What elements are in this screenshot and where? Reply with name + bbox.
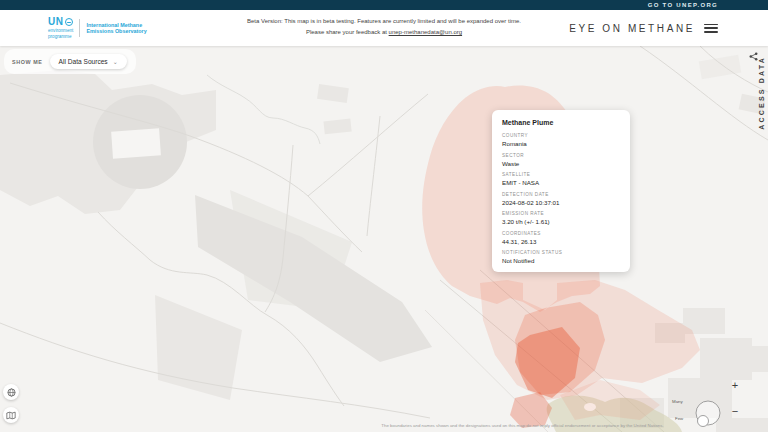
field-value: 2024-08-02 10:37:01	[502, 199, 620, 206]
field-value: 3.20 t/h (+/- 1.61)	[502, 218, 620, 225]
field-label: SATELLITE	[502, 172, 620, 177]
app-header: UN environment programme International M…	[0, 10, 768, 46]
un-sub-line2: programme	[48, 34, 73, 39]
page-title: EYE ON METHANE	[569, 23, 695, 34]
logo-divider	[79, 19, 80, 37]
field-label: SECTOR	[502, 153, 620, 158]
field-label: EMISSION RATE	[502, 211, 620, 216]
data-sources-dropdown[interactable]: All Data Sources ⌄	[50, 54, 127, 69]
map-container: SHOW ME All Data Sources ⌄ ACCESS DATA M…	[0, 46, 768, 432]
methane-plume-popup: Methane Plume COUNTRY Romania SECTOR Was…	[492, 110, 630, 272]
field-value: Not Notified	[502, 257, 620, 264]
filter-panel: SHOW ME All Data Sources ⌄	[4, 49, 136, 74]
field-label: COORDINATES	[502, 231, 620, 236]
popup-field-sector: SECTOR Waste	[502, 153, 620, 167]
access-data-tab[interactable]: ACCESS DATA	[758, 56, 765, 130]
globe-icon	[7, 388, 16, 397]
field-value: EMIT - NASA	[502, 179, 620, 186]
beta-notice-line2: Please share your feedback at unep-metha…	[234, 27, 534, 38]
popup-field-notification-status: NOTIFICATION STATUS Not Notified	[502, 250, 620, 264]
cluster-size-legend: Many Few	[672, 394, 732, 432]
beta-notice: Beta Version: This map is in beta testin…	[234, 16, 534, 38]
zoom-controls: + −	[728, 378, 742, 418]
zoom-in-button[interactable]: +	[728, 378, 742, 392]
popup-title: Methane Plume	[502, 119, 620, 126]
popup-field-detection-date: DETECTION DATE 2024-08-02 10:37:01	[502, 192, 620, 206]
field-value: Waste	[502, 160, 620, 167]
top-utility-bar: GO TO UNEP.ORG	[0, 0, 768, 10]
field-value: 44.31, 26.13	[502, 238, 620, 245]
beta-notice-line1: Beta Version: This map is in beta testin…	[234, 16, 534, 27]
un-sub-line1: environment	[48, 28, 73, 33]
share-icon	[749, 52, 758, 61]
popup-field-emission-rate: EMISSION RATE 3.20 t/h (+/- 1.61)	[502, 211, 620, 225]
show-me-label: SHOW ME	[12, 59, 43, 65]
menu-hamburger-icon[interactable]	[704, 24, 718, 33]
un-emblem-icon	[65, 18, 73, 26]
popup-field-coordinates: COORDINATES 44.31, 26.13	[502, 231, 620, 245]
title-group: EYE ON METHANE	[569, 10, 718, 46]
go-to-unep-link[interactable]: GO TO UNEP.ORG	[648, 2, 718, 8]
beta-feedback-text: Please share your feedback at	[306, 29, 389, 35]
imeo-line2: Emissions Observatory	[86, 28, 146, 35]
unep-logo[interactable]: UN environment programme International M…	[48, 17, 147, 40]
map-stadium-field	[111, 128, 161, 158]
popup-field-country: COUNTRY Romania	[502, 133, 620, 147]
zoom-out-button[interactable]: −	[728, 404, 742, 418]
data-sources-value: All Data Sources	[59, 58, 108, 65]
map-attribution: The boundaries and names shown and the d…	[375, 423, 670, 428]
popup-field-satellite: SATELLITE EMIT - NASA	[502, 172, 620, 186]
legend-few-label: Few	[675, 416, 683, 421]
un-environment-logo: UN environment programme	[48, 17, 73, 40]
un-logo-text: UN	[48, 17, 63, 27]
field-value: Romania	[502, 140, 620, 147]
feedback-email-link[interactable]: unep-methanedata@un.org	[389, 29, 462, 35]
folded-map-icon	[6, 411, 16, 420]
field-label: NOTIFICATION STATUS	[502, 250, 620, 255]
map-tool-buttons	[3, 384, 19, 423]
legend-map-button[interactable]	[3, 407, 19, 423]
cluster-circles-icon	[690, 394, 730, 432]
imeo-wordmark: International Methane Emissions Observat…	[86, 22, 146, 36]
field-label: COUNTRY	[502, 133, 620, 138]
map-canvas[interactable]	[0, 46, 768, 432]
field-label: DETECTION DATE	[502, 192, 620, 197]
chevron-down-icon: ⌄	[113, 60, 118, 64]
basemap-globe-button[interactable]	[3, 384, 19, 400]
imeo-line1: International Methane	[86, 22, 146, 29]
legend-many-label: Many	[672, 399, 683, 404]
